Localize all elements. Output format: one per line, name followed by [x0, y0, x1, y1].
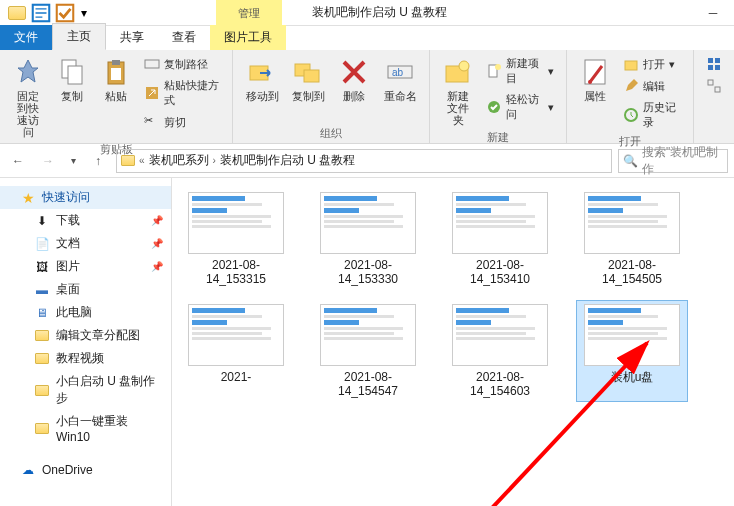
properties-button[interactable]: 属性	[575, 54, 615, 104]
paste-shortcut-button[interactable]: 粘贴快捷方式	[140, 76, 224, 110]
pin-icon: 📌	[151, 261, 163, 272]
history-icon	[623, 107, 639, 123]
cut-button[interactable]: ✂剪切	[140, 112, 224, 132]
file-item[interactable]: 2021-08-14_154505	[576, 188, 688, 290]
contextual-tool-tab: 管理	[216, 0, 282, 26]
file-label: 2021-	[221, 370, 252, 384]
tab-picture-tools[interactable]: 图片工具	[210, 25, 286, 50]
file-list[interactable]: 2021-08-14_1533152021-08-14_1533302021-0…	[172, 178, 734, 506]
sidebar-desktop[interactable]: ▬桌面	[0, 278, 171, 301]
copy-icon	[56, 56, 88, 88]
folder-icon	[34, 421, 50, 437]
move-to-button[interactable]: 移动到	[241, 54, 283, 104]
sidebar-documents[interactable]: 📄文档📌	[0, 232, 171, 255]
ribbon-group-new: 新建文件夹 新建项目 ▾ 轻松访问 ▾ 新建	[430, 50, 566, 143]
paste-button[interactable]: 粘贴	[96, 54, 136, 104]
file-item[interactable]: 2021-08-14_153410	[444, 188, 556, 290]
open-button[interactable]: 打开 ▾	[619, 54, 685, 74]
delete-button[interactable]: 删除	[333, 54, 375, 104]
svg-point-17	[495, 64, 501, 70]
ribbon-group-clipboard: 固定到快速访问 复制 粘贴 复制路径 粘贴快捷方式 ✂剪切 剪贴板	[0, 50, 233, 143]
file-item[interactable]: 2021-	[180, 300, 292, 402]
tab-view[interactable]: 查看	[158, 25, 210, 50]
file-thumbnail	[584, 304, 680, 366]
svg-rect-21	[625, 61, 637, 70]
up-button[interactable]: ↑	[86, 149, 110, 173]
tab-home[interactable]: 主页	[52, 23, 106, 50]
file-item[interactable]: 2021-08-14_153330	[312, 188, 424, 290]
file-thumbnail	[188, 304, 284, 366]
edit-button[interactable]: 编辑	[619, 76, 685, 96]
quick-access-toolbar: ▾	[0, 2, 96, 24]
sidebar-quick-access[interactable]: ★快速访问	[0, 186, 171, 209]
sidebar-edit-article[interactable]: 编辑文章分配图	[0, 324, 171, 347]
file-thumbnail	[584, 192, 680, 254]
select-btn2[interactable]	[702, 76, 726, 96]
sidebar-tutorial-video[interactable]: 教程视频	[0, 347, 171, 370]
copy-to-button[interactable]: 复制到	[287, 54, 329, 104]
svg-rect-24	[715, 58, 720, 63]
path-icon	[144, 56, 160, 72]
shortcut-icon	[144, 85, 160, 101]
search-input[interactable]: 🔍 搜索"装机吧制作	[618, 149, 728, 173]
paste-icon	[100, 56, 132, 88]
file-label: 2021-08-14_154603	[448, 370, 552, 398]
qat-folder-icon[interactable]	[6, 2, 28, 24]
ribbon-group-organize: 移动到 复制到 删除 ab 重命名 组织	[233, 50, 430, 143]
forward-button[interactable]: →	[36, 149, 60, 173]
folder-icon	[34, 351, 50, 367]
sidebar-downloads[interactable]: ⬇下载📌	[0, 209, 171, 232]
file-item[interactable]: 2021-08-14_154603	[444, 300, 556, 402]
search-placeholder: 搜索"装机吧制作	[642, 144, 723, 178]
document-icon: 📄	[34, 236, 50, 252]
pin-to-quick-access-button[interactable]: 固定到快速访问	[8, 54, 48, 140]
svg-rect-5	[112, 60, 120, 65]
star-icon: ★	[20, 190, 36, 206]
file-item[interactable]: 装机u盘	[576, 300, 688, 402]
folder-icon	[121, 155, 135, 166]
copy-to-icon	[292, 56, 324, 88]
tab-share[interactable]: 共享	[106, 25, 158, 50]
minimize-button[interactable]: ─	[696, 0, 730, 26]
sidebar-xiaobai-usb[interactable]: 小白启动 U 盘制作步	[0, 370, 171, 410]
easy-access-button[interactable]: 轻松访问 ▾	[482, 90, 557, 124]
rename-button[interactable]: ab 重命名	[379, 54, 421, 104]
select-btn1[interactable]	[702, 54, 726, 74]
pin-icon: 📌	[151, 215, 163, 226]
ribbon-group-open: 属性 打开 ▾ 编辑 历史记录 打开	[567, 50, 694, 143]
qat-checkbox-icon[interactable]	[54, 2, 76, 24]
history-button[interactable]: 历史记录	[619, 98, 685, 132]
tab-file[interactable]: 文件	[0, 25, 52, 50]
file-label: 2021-08-14_153410	[448, 258, 552, 286]
file-item[interactable]: 2021-08-14_154547	[312, 300, 424, 402]
svg-point-15	[459, 61, 469, 71]
file-thumbnail	[452, 304, 548, 366]
qat-properties-icon[interactable]	[30, 2, 52, 24]
desktop-icon: ▬	[34, 282, 50, 298]
properties-icon	[579, 56, 611, 88]
sidebar-pictures[interactable]: 🖼图片📌	[0, 255, 171, 278]
file-thumbnail	[320, 192, 416, 254]
file-label: 2021-08-14_154547	[316, 370, 420, 398]
svg-rect-27	[708, 80, 713, 85]
sidebar-xiaobai-reinstall[interactable]: 小白一键重装 Win10	[0, 410, 171, 447]
file-item[interactable]: 2021-08-14_153315	[180, 188, 292, 290]
address-bar[interactable]: « 装机吧系列› 装机吧制作启动 U 盘教程	[116, 149, 612, 173]
sidebar-this-pc[interactable]: 🖥此电脑	[0, 301, 171, 324]
back-button[interactable]: ←	[6, 149, 30, 173]
svg-text:ab: ab	[392, 67, 404, 78]
file-thumbnail	[320, 304, 416, 366]
file-label: 2021-08-14_154505	[580, 258, 684, 286]
picture-icon: 🖼	[34, 259, 50, 275]
ribbon-group-select	[694, 50, 734, 143]
new-folder-button[interactable]: 新建文件夹	[438, 54, 478, 128]
svg-rect-28	[715, 87, 720, 92]
svg-rect-23	[708, 58, 713, 63]
sidebar-onedrive[interactable]: ☁OneDrive	[0, 459, 171, 481]
new-item-button[interactable]: 新建项目 ▾	[482, 54, 557, 88]
copy-button[interactable]: 复制	[52, 54, 92, 104]
copy-path-button[interactable]: 复制路径	[140, 54, 224, 74]
recent-dropdown[interactable]: ▾	[66, 149, 80, 173]
search-icon: 🔍	[623, 154, 638, 168]
qat-dropdown-icon[interactable]: ▾	[78, 2, 90, 24]
